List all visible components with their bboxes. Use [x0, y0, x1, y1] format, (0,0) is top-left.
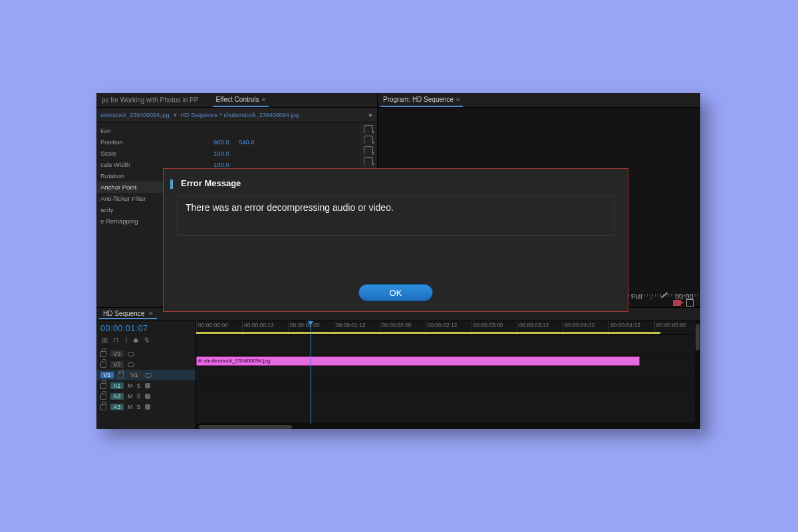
effect-property-row[interactable]: tion [96, 125, 358, 136]
timeline-panel: HD Sequence ≡ 00:00:01:07 ⊞ ⊓ ⌇ ◆ ↯ V3 V… [96, 307, 700, 429]
safe-margins-icon[interactable] [686, 299, 694, 307]
mute-toggle[interactable]: M [128, 382, 133, 389]
dialog-accent-bar [170, 180, 173, 189]
dialog-button-row: OK [177, 236, 614, 301]
ok-button[interactable]: OK [359, 285, 432, 301]
error-dialog: Error Message There was an error decompr… [163, 168, 628, 312]
program-tab-label: Program: HD Sequence [383, 96, 454, 103]
track-header-row[interactable]: V1V1 [96, 370, 196, 380]
mic-icon[interactable] [145, 404, 150, 410]
mute-toggle[interactable]: M [128, 393, 133, 400]
program-tab[interactable]: Program: HD Sequence ≡ [380, 93, 463, 107]
dialog-title: Error Message [181, 178, 614, 188]
eye-icon[interactable] [128, 362, 134, 367]
timeline-v-scrollbar[interactable] [695, 321, 700, 429]
eye-icon[interactable] [145, 373, 152, 378]
mute-toggle[interactable]: M [128, 404, 133, 410]
track-lane[interactable]: shutterstock_239400094.jpg [196, 356, 700, 366]
marker-icon[interactable]: ◆ [133, 336, 138, 344]
playhead[interactable] [311, 321, 311, 429]
mic-icon[interactable] [145, 394, 150, 399]
track-label[interactable]: V2 [110, 361, 124, 368]
solo-toggle[interactable]: S [137, 382, 141, 389]
track-header-row[interactable]: V2 [96, 359, 196, 370]
track-lane[interactable] [196, 345, 700, 356]
property-value[interactable]: 960.0 [213, 138, 229, 146]
magnet-icon[interactable]: ⊓ [113, 336, 119, 344]
lock-icon[interactable] [100, 404, 106, 410]
timeline-main: 00:00:01:07 ⊞ ⊓ ⌇ ◆ ↯ V3 V2 V1V1 A1MS A2… [96, 321, 700, 429]
source-tab-label: ps for Working with Photos in PP [102, 96, 198, 104]
lock-icon[interactable] [100, 351, 106, 357]
video-clip[interactable]: shutterstock_239400094.jpg [196, 356, 640, 366]
track-header-row[interactable]: V3 [96, 348, 196, 359]
eye-icon[interactable] [128, 352, 134, 356]
source-tab[interactable]: ps for Working with Photos in PP [99, 93, 201, 107]
sequence-tab[interactable]: HD Sequence ≡ [99, 309, 157, 319]
reset-icon[interactable] [364, 125, 373, 133]
panel-menu-icon[interactable]: ≡ [149, 310, 153, 317]
playhead-timecode[interactable]: 00:00:01:07 [96, 321, 196, 333]
track-lane[interactable] [196, 366, 700, 377]
solo-toggle[interactable]: S [137, 393, 141, 400]
property-value[interactable]: 540.0 [239, 138, 255, 146]
effect-controls-tab[interactable]: Effect Controls ≡ [213, 93, 268, 107]
track-label[interactable]: V3 [110, 350, 124, 357]
settings-wrench-icon[interactable] [660, 293, 668, 301]
scrollbar-thumb[interactable] [696, 324, 700, 350]
effect-property-row[interactable]: Scale100.0 [96, 148, 358, 159]
lock-icon[interactable] [118, 372, 124, 378]
clip-name-left[interactable]: utterstock_239400094.jpg [100, 112, 170, 118]
panel-menu-icon[interactable]: ≡ [456, 96, 460, 103]
work-area-bar[interactable] [196, 332, 660, 334]
timeline-header: 00:00:01:07 ⊞ ⊓ ⌇ ◆ ↯ V3 V2 V1V1 A1MS A2… [96, 321, 196, 429]
timeline-tools: ⊞ ⊓ ⌇ ◆ ↯ [96, 333, 196, 348]
lock-icon[interactable] [100, 383, 106, 389]
ruler-mark: 00:00:05:00 [654, 321, 700, 334]
wrench-icon[interactable]: ↯ [144, 336, 150, 344]
track-header-row[interactable]: A3MS [96, 402, 196, 412]
track-lane[interactable] [196, 334, 700, 345]
snap-icon[interactable]: ⊞ [102, 336, 108, 344]
timeline-h-scrollbar[interactable] [196, 424, 700, 429]
track-label[interactable]: A1 [110, 382, 124, 389]
track-lane[interactable] [196, 388, 700, 398]
effect-property-row[interactable]: Position960.0540.0 [96, 136, 358, 148]
clip-dropdown-icon[interactable]: ▾ [174, 112, 177, 118]
lock-icon[interactable] [100, 362, 106, 368]
effect-clip-path: utterstock_239400094.jpg ▾ HD Sequence *… [96, 108, 377, 122]
panel-menu-icon[interactable]: ≡ [262, 96, 266, 103]
program-panel-tabs: Program: HD Sequence ≡ [378, 93, 700, 108]
zoom-fit-dropdown[interactable]: Full [631, 293, 642, 301]
link-icon[interactable]: ⌇ [124, 336, 128, 344]
clip-name-right[interactable]: HD Sequence * shutterstock_239400094.jpg [181, 112, 299, 118]
reset-icon[interactable] [364, 157, 373, 165]
dialog-message: There was an error decompressing audio o… [177, 195, 614, 236]
mic-icon[interactable] [145, 383, 150, 388]
reset-icon[interactable] [364, 146, 373, 154]
track-header-row[interactable]: A1MS [96, 380, 196, 391]
clip-path-arrow-icon[interactable]: ▸ [369, 110, 373, 119]
property-value[interactable]: 100.0 [213, 150, 229, 157]
track-header-row[interactable]: A2MS [96, 391, 196, 402]
time-ruler[interactable]: 00:00:00:00 00:00:00:12 00:00:01:00 00:0… [196, 321, 700, 334]
effect-controls-tab-label: Effect Controls [215, 96, 259, 103]
sequence-tab-label: HD Sequence [103, 310, 144, 317]
scrollbar-thumb[interactable] [199, 425, 292, 429]
lock-icon[interactable] [100, 394, 106, 400]
solo-toggle[interactable]: S [137, 404, 141, 410]
track-label[interactable]: A2 [110, 393, 124, 400]
timeline-body: 00:00:00:00 00:00:00:12 00:00:01:00 00:0… [196, 321, 700, 429]
track-label[interactable]: A3 [110, 404, 124, 410]
track-target[interactable]: V1 [100, 372, 114, 378]
tracks-area[interactable]: shutterstock_239400094.jpg [196, 334, 700, 424]
export-frame-icon[interactable] [673, 300, 681, 306]
reset-icon[interactable] [364, 136, 373, 144]
app-window: ps for Working with Photos in PP Effect … [96, 93, 700, 429]
left-panel-tabs: ps for Working with Photos in PP Effect … [96, 93, 377, 108]
program-buttons [673, 297, 694, 308]
track-label[interactable]: V1 [128, 372, 141, 378]
chevron-down-icon[interactable]: ⌄ [648, 293, 654, 301]
property-value[interactable]: 100.0 [213, 161, 229, 168]
track-lane[interactable] [196, 377, 700, 388]
